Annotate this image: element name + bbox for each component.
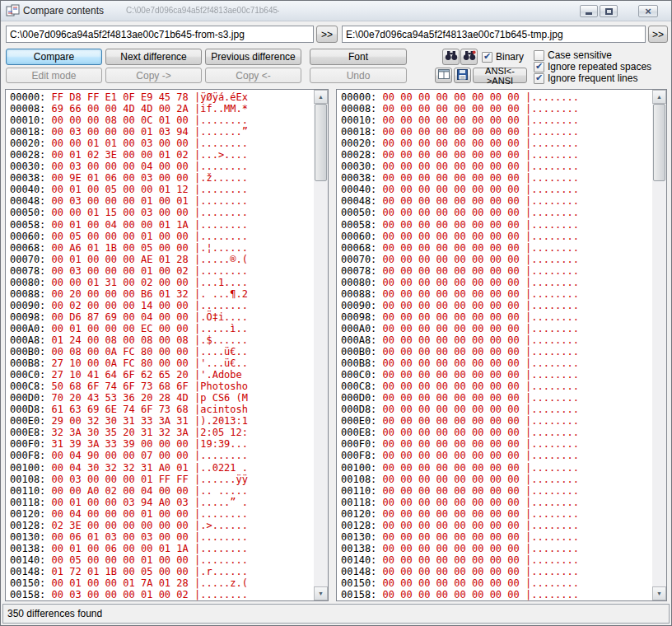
- copy-right-button[interactable]: Copy ->: [105, 68, 202, 83]
- background-window-ghost-text: C:\00e7d096ca94a5f2f4813ae00c71b645-from…: [126, 6, 279, 16]
- checkbox-label: Ignore frequent lines: [548, 72, 637, 84]
- minimize-button[interactable]: [580, 5, 598, 17]
- scroll-down-button[interactable]: ▼: [652, 586, 666, 600]
- compare-contents-window: Compare contents C:\00e7d096ca94a5f2f481…: [0, 0, 672, 626]
- binary-checkbox[interactable]: ✔ Binary: [482, 51, 524, 63]
- right-scrollbar[interactable]: ▲ ▼: [652, 90, 666, 600]
- ignore-frequent-lines-checkbox[interactable]: ✔ Ignore frequent lines: [534, 72, 637, 84]
- hex-row: 00060: 00 00 00 00 00 00 00 00 |........: [341, 231, 652, 242]
- compare-button[interactable]: Compare: [6, 49, 102, 65]
- close-button[interactable]: ×: [638, 5, 658, 17]
- arrow-up-icon: ▲: [318, 94, 324, 100]
- hex-row: 00078: 00 03 00 00 00 01 00 02 |........: [10, 265, 314, 277]
- save-icon: [457, 69, 468, 82]
- checkbox-label: Binary: [496, 51, 524, 63]
- hex-row: 00078: 00 00 00 00 00 00 00 00 |........: [341, 265, 652, 277]
- binoculars-next-icon: [463, 50, 476, 63]
- hex-row: 00140: 00 05 00 00 00 01 00 00 |........: [10, 554, 314, 566]
- hex-row: 00138: 00 00 00 00 00 00 00 00 |........: [341, 543, 652, 554]
- hex-row: 000D8: 00 00 00 00 00 00 00 00 |........: [341, 404, 652, 415]
- ignore-repeated-spaces-checkbox[interactable]: ✔ Ignore repeated spaces: [534, 61, 651, 72]
- hex-row: 000F0: 31 39 3A 33 39 00 00 00 |19:39...: [10, 438, 314, 450]
- hex-row: 00058: 00 00 00 00 00 00 00 00 |........: [341, 219, 652, 231]
- hex-row: 00108: 00 03 00 00 00 01 FF FF |......ÿÿ: [10, 474, 314, 485]
- hex-row: 00150: 00 00 00 00 00 00 00 00 |........: [341, 577, 652, 589]
- right-hex-content: 00000: 00 00 00 00 00 00 00 00 |........…: [337, 90, 652, 600]
- hex-row: 00028: 00 01 02 3E 00 00 01 02 |...>....: [10, 149, 314, 161]
- checkbox-box: ✔: [534, 73, 544, 84]
- hex-row: 00050: 00 00 01 15 00 03 00 00 |........: [10, 207, 314, 218]
- maximize-button[interactable]: [600, 5, 618, 17]
- hex-row: 000E0: 00 00 00 00 00 00 00 00 |........: [341, 415, 652, 427]
- close-icon: ×: [645, 7, 651, 16]
- scroll-up-button[interactable]: ▲: [314, 90, 328, 104]
- hex-row: 00070: 00 00 00 00 00 00 00 00 |........: [341, 254, 652, 265]
- ansi-conversion-button[interactable]: ANSI<->ANSI: [473, 68, 527, 83]
- hex-row: 00148: 01 72 01 1B 00 05 00 00 |.r......: [10, 566, 314, 577]
- left-browse-button[interactable]: >>: [316, 26, 338, 43]
- right-hex-panel[interactable]: 00000: 00 00 00 00 00 00 00 00 |........…: [336, 89, 667, 601]
- hex-row: 000A8: 01 24 00 08 00 08 00 08 |.$......: [10, 334, 314, 346]
- hex-row: 00100: 00 04 30 32 32 31 A0 01 |..0221 .: [10, 462, 314, 474]
- hex-row: 00010: 00 00 00 00 00 00 00 00 |........: [341, 114, 652, 126]
- case-sensitive-checkbox[interactable]: ✔ Case sensitive: [534, 49, 612, 61]
- hex-row: 000B0: 00 00 00 00 00 00 00 00 |........: [341, 346, 652, 357]
- undo-button[interactable]: Undo: [310, 68, 407, 83]
- hex-row: 00020: 00 00 00 00 00 00 00 00 |........: [341, 138, 652, 149]
- status-text: 350 differences found: [7, 608, 102, 619]
- save-result-button[interactable]: [454, 68, 471, 83]
- next-difference-button[interactable]: Next difference: [105, 49, 202, 65]
- hex-row: 00000: 00 00 00 00 00 00 00 00 |........: [341, 91, 652, 103]
- hex-row: 00120: 00 04 00 00 00 01 00 00 |........: [10, 508, 314, 520]
- hex-row: 00010: 00 00 00 08 00 0C 01 00 |........: [10, 114, 314, 126]
- hex-row: 000D8: 61 63 69 6E 74 6F 73 68 |acintosh: [10, 404, 314, 415]
- split-view-button[interactable]: [435, 68, 452, 83]
- hex-row: 000E8: 32 3A 30 35 20 31 32 3A |2:05 12:: [10, 427, 314, 438]
- hex-row: 000A0: 00 01 00 00 00 EC 00 00 |.....ì..: [10, 323, 314, 334]
- hex-row: 00070: 00 01 00 00 00 AE 01 28 |.....®.(: [10, 254, 314, 265]
- hex-row: 00030: 00 03 00 00 00 04 00 00 |........: [10, 161, 314, 172]
- hex-row: 00008: 00 00 00 00 00 00 00 00 |........: [341, 103, 652, 114]
- hex-row: 000C0: 27 10 41 64 6F 62 65 20 |'.Adobe: [10, 369, 314, 381]
- binoculars-icon: [445, 50, 458, 63]
- hex-row: 000F8: 00 04 90 00 00 07 00 00 |........: [10, 450, 314, 461]
- hex-row: 00130: 00 00 00 00 00 00 00 00 |........: [341, 531, 652, 543]
- right-browse-button[interactable]: >>: [648, 26, 668, 43]
- hex-row: 00018: 00 00 00 00 00 00 00 00 |........: [341, 126, 652, 138]
- scrollbar-thumb[interactable]: [653, 104, 665, 181]
- right-file-path-input[interactable]: [342, 26, 646, 43]
- find-button[interactable]: [442, 49, 460, 65]
- copy-left-button[interactable]: Copy <-: [205, 68, 301, 83]
- hex-row: 00000: FF D8 FF E1 0F E9 45 78 |ÿØÿá.éEx: [10, 91, 314, 103]
- find-next-button[interactable]: [460, 49, 478, 65]
- hex-row: 00158: 00 03 00 00 00 01 00 02 |........: [10, 589, 314, 600]
- left-scrollbar[interactable]: ▲ ▼: [314, 90, 328, 600]
- hex-row: 00080: 00 00 01 31 00 02 00 00 |...1....: [10, 277, 314, 288]
- left-hex-content: 00000: FF D8 FF E1 0F E9 45 78 |ÿØÿá.éEx…: [6, 90, 314, 600]
- hex-row: 000A8: 00 00 00 00 00 00 00 00 |........: [341, 334, 652, 346]
- hex-row: 00040: 00 01 00 05 00 00 01 12 |........: [10, 184, 314, 195]
- minimize-icon: [586, 12, 592, 15]
- titlebar[interactable]: Compare contents C:\00e7d096ca94a5f2f481…: [1, 1, 671, 21]
- checkbox-label: Case sensitive: [548, 49, 612, 61]
- left-hex-panel[interactable]: 00000: FF D8 FF E1 0F E9 45 78 |ÿØÿá.éEx…: [5, 89, 329, 601]
- font-button[interactable]: Font: [310, 49, 407, 65]
- scrollbar-thumb[interactable]: [315, 104, 327, 181]
- window-title: Compare contents: [23, 5, 104, 16]
- hex-row: 00158: 00 00 00 00 00 00 00 00 |........: [341, 589, 652, 600]
- checkbox-box: ✔: [534, 62, 544, 72]
- scroll-down-button[interactable]: ▼: [314, 586, 328, 600]
- scroll-up-button[interactable]: ▲: [652, 90, 666, 104]
- hex-row: 00028: 00 00 00 00 00 00 00 00 |........: [341, 149, 652, 161]
- hex-row: 000C0: 00 00 00 00 00 00 00 00 |........: [341, 369, 652, 381]
- hex-row: 00090: 00 00 00 00 00 00 00 00 |........: [341, 300, 652, 311]
- hex-row: 00130: 00 06 01 03 00 03 00 00 |........: [10, 531, 314, 543]
- previous-difference-button[interactable]: Previous difference: [205, 49, 301, 65]
- edit-mode-button[interactable]: Edit mode: [6, 68, 102, 83]
- checkbox-box: ✔: [534, 50, 544, 61]
- left-file-path-input[interactable]: [6, 26, 314, 43]
- hex-row: 00148: 00 00 00 00 00 00 00 00 |........: [341, 566, 652, 577]
- hex-row: 00038: 00 9E 01 06 00 03 00 00 |.ž......: [10, 172, 314, 184]
- hex-row: 00090: 00 02 00 00 00 14 00 00 |........: [10, 300, 314, 311]
- hex-row: 00030: 00 00 00 00 00 00 00 00 |........: [341, 161, 652, 172]
